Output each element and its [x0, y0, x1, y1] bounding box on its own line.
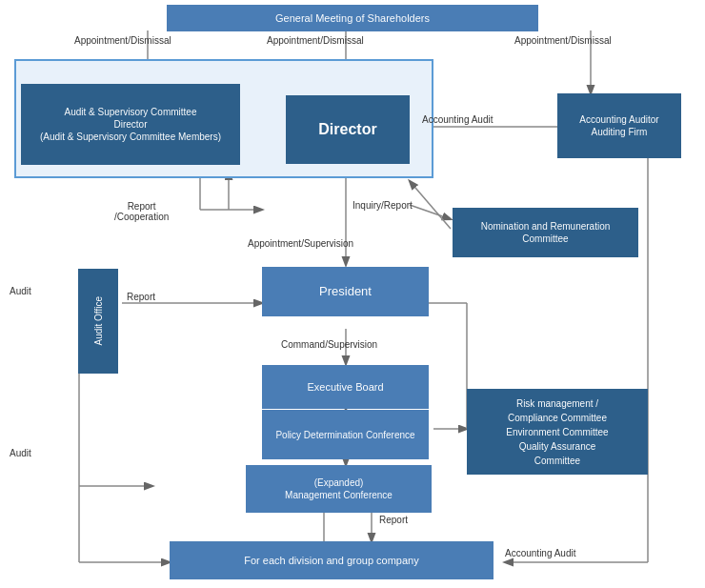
- inquiry-report-label: Inquiry/Report: [352, 200, 413, 211]
- appoint-label-2: Appointment/Dismissal: [267, 35, 364, 46]
- appoint-label-3: Appointment/Dismissal: [514, 35, 612, 46]
- command-supervision-label: Command/Supervision: [281, 339, 377, 350]
- report-label-2: Report: [379, 515, 408, 525]
- audit-supervisory-box: Audit & Supervisory Committee Director (…: [21, 84, 240, 165]
- appoint-label-1: Appointment/Dismissal: [74, 35, 171, 46]
- svg-line-8: [410, 205, 451, 219]
- appointment-supervision-label: Appointment/Supervision: [248, 238, 353, 249]
- management-conference-box: (Expanded) Management Conference: [246, 465, 432, 513]
- director-box: Director: [286, 95, 410, 164]
- executive-board-box: Executive Board: [262, 365, 429, 409]
- audit-label-left: Audit: [10, 286, 31, 296]
- nomination-committee-box: Nomination and Remuneration Committee: [453, 208, 638, 257]
- general-meeting-box: General Meeting of Shareholders: [167, 5, 538, 31]
- audit-supervisory-label: Audit & Supervisory Committee Director (…: [40, 106, 221, 143]
- audit-office-label: Audit Office: [92, 296, 105, 346]
- report-cooperation-label: Report /Cooperation: [114, 191, 169, 222]
- division-group-box: For each division and group company: [170, 541, 494, 579]
- policy-conference-box: Policy Determination Conference: [262, 410, 429, 459]
- svg-line-9: [410, 181, 451, 229]
- division-group-label: For each division and group company: [244, 554, 418, 567]
- accounting-audit-label-2: Accounting Audit: [505, 548, 576, 558]
- accounting-audit-label: Accounting Audit: [422, 114, 494, 125]
- executive-board-label: Executive Board: [307, 380, 383, 394]
- audit-label-middle: Audit: [10, 448, 31, 458]
- director-label: Director: [318, 120, 376, 140]
- report-label-1: Report: [127, 292, 155, 302]
- audit-office-box: Audit Office: [78, 269, 118, 374]
- risk-committee-box: Risk management / Compliance Committee E…: [467, 389, 648, 475]
- general-meeting-label: General Meeting of Shareholders: [275, 11, 430, 25]
- management-conference-label: (Expanded) Management Conference: [285, 476, 393, 501]
- nomination-committee-label: Nomination and Remuneration Committee: [459, 220, 632, 245]
- president-label: President: [319, 284, 372, 300]
- president-box: President: [262, 267, 429, 316]
- risk-committee-label: Risk management / Compliance Committee E…: [506, 396, 608, 468]
- accounting-auditor-label: Accounting Auditor Auditing Firm: [579, 113, 658, 138]
- policy-conference-label: Policy Determination Conference: [275, 429, 414, 441]
- accounting-auditor-box: Accounting Auditor Auditing Firm: [557, 93, 681, 158]
